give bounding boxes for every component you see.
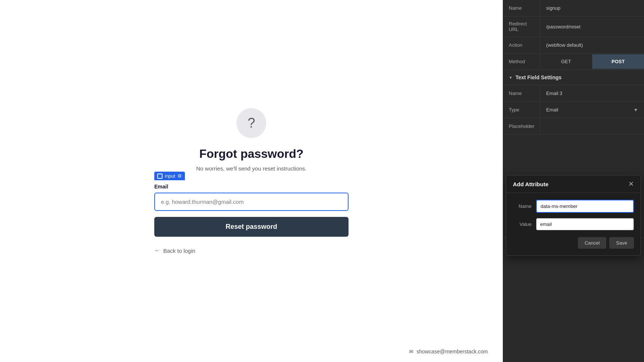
forgot-subtitle: No worries, we'll send you reset instruc… — [196, 165, 306, 172]
chevron-down-icon: ▼ — [509, 76, 513, 80]
attribute-name-label: Name — [513, 203, 532, 209]
settings-panel: Name signup Redirect URL /password/reset… — [503, 0, 644, 362]
input-toolbar-label: input — [165, 173, 175, 179]
field-name-value[interactable]: Email 3 — [540, 85, 644, 101]
cancel-button[interactable]: Cancel — [578, 237, 606, 249]
dialog-close-button[interactable]: ✕ — [628, 181, 634, 187]
dialog-actions: Cancel Save — [506, 237, 641, 255]
reset-password-button[interactable]: Reset password — [154, 217, 349, 237]
email-input[interactable] — [154, 193, 349, 211]
email-label: Email — [154, 184, 349, 190]
field-name-key: Name — [503, 85, 540, 101]
name-key: Name — [503, 0, 540, 16]
dialog-title: Add Attribute — [513, 181, 548, 187]
question-mark: ? — [248, 115, 255, 131]
question-icon-circle: ? — [236, 108, 266, 138]
method-key: Method — [503, 54, 540, 69]
text-field-settings-header[interactable]: ▼ Text Field Settings — [503, 70, 644, 85]
method-row: Method GET POST — [503, 53, 644, 70]
type-key: Type — [503, 102, 540, 118]
method-post-button[interactable]: POST — [592, 54, 644, 69]
action-row: Action (webflow default) — [503, 37, 644, 53]
back-to-login-link[interactable]: ← Back to login — [154, 247, 349, 254]
redirect-url-key: Redirect URL — [503, 16, 540, 37]
preview-panel: ? Forgot password? No worries, we'll sen… — [0, 0, 503, 362]
dialog-header: Add Attribute ✕ — [506, 175, 641, 193]
input-toolbar[interactable]: input ⚙ — [154, 172, 185, 180]
input-label-wrapper: input ⚙ Email — [154, 184, 349, 211]
field-name-row: Name Email 3 — [503, 85, 644, 102]
add-attribute-dialog: Add Attribute ✕ Name Value Cancel Save — [506, 175, 641, 256]
type-select[interactable]: Email — [546, 107, 632, 113]
form-container: input ⚙ Email Reset password ← Back to l… — [154, 184, 349, 254]
attribute-value-input[interactable] — [536, 218, 634, 230]
action-key: Action — [503, 37, 540, 53]
type-select-wrapper[interactable]: Email ▼ — [540, 102, 644, 118]
placeholder-key: Placeholder — [503, 118, 540, 134]
attribute-name-input[interactable] — [536, 200, 634, 213]
action-value[interactable]: (webflow default) — [540, 37, 644, 53]
type-row: Type Email ▼ — [503, 102, 644, 118]
back-arrow-icon: ← — [154, 247, 160, 254]
showcase-email: ✉ showcase@memberstack.com — [409, 349, 488, 355]
forgot-title: Forgot password? — [199, 147, 303, 161]
method-get-button[interactable]: GET — [540, 54, 592, 69]
placeholder-value[interactable] — [540, 118, 644, 134]
chevron-down-icon: ▼ — [634, 107, 638, 113]
redirect-url-value[interactable]: /password/reset — [540, 16, 644, 37]
attribute-value-label: Value — [513, 221, 532, 227]
name-row: Name signup — [503, 0, 644, 16]
name-value[interactable]: signup — [540, 0, 644, 16]
method-buttons: GET POST — [540, 54, 644, 69]
placeholder-row: Placeholder — [503, 118, 644, 135]
email-icon: ✉ — [409, 349, 414, 355]
dialog-body: Name Value — [506, 193, 641, 237]
text-field-settings-label: Text Field Settings — [515, 74, 561, 80]
redirect-url-row: Redirect URL /password/reset — [503, 16, 644, 37]
attribute-value-field: Value — [513, 218, 634, 230]
input-toolbar-checkbox — [157, 174, 162, 179]
gear-icon[interactable]: ⚙ — [177, 173, 182, 179]
showcase-email-text: showcase@memberstack.com — [417, 349, 488, 355]
save-button[interactable]: Save — [609, 237, 634, 249]
attribute-name-field: Name — [513, 200, 634, 213]
back-to-login-label: Back to login — [163, 248, 195, 254]
